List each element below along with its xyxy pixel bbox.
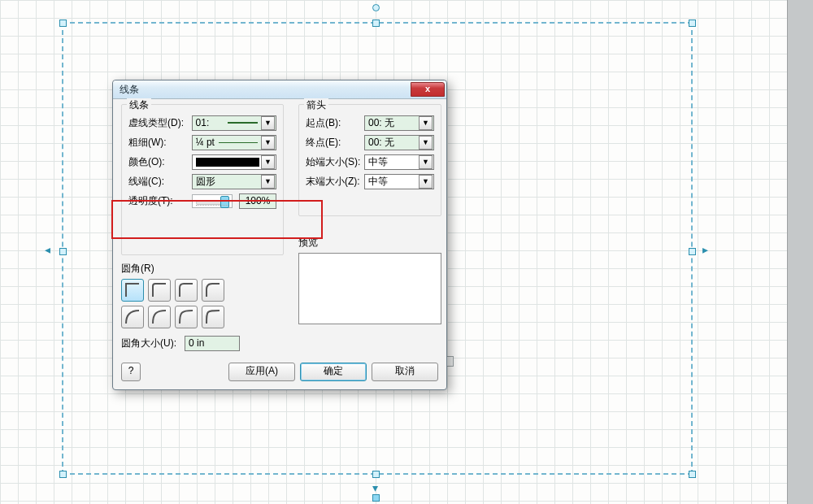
label-color: 颜色(O): <box>128 155 189 169</box>
begin-value: 00: 无 <box>368 116 417 130</box>
titlebar[interactable]: 线条 x <box>113 80 446 99</box>
ok-button[interactable]: 确定 <box>300 363 367 381</box>
dash-combo[interactable]: 01: ▼ <box>192 115 276 131</box>
dash-preview <box>228 122 258 124</box>
handle-w[interactable] <box>59 248 67 255</box>
label-weight: 粗细(W): <box>128 136 189 150</box>
corner-style-3[interactable] <box>175 279 198 302</box>
corner-style-1[interactable] <box>121 279 144 302</box>
chevron-down-icon: ▼ <box>419 116 433 130</box>
corner-size-input[interactable]: 0 in <box>185 336 240 351</box>
chevron-down-icon: ▼ <box>261 155 275 169</box>
beginsize-value: 中等 <box>368 155 417 169</box>
corner-style-6[interactable] <box>148 306 171 328</box>
handle-ne[interactable] <box>689 20 696 27</box>
handle-n[interactable] <box>372 20 380 27</box>
chevron-down-icon: ▼ <box>261 136 275 150</box>
label-endsize: 末端大小(Z): <box>306 175 361 189</box>
label-cap: 线端(C): <box>128 175 189 189</box>
rotation-handle[interactable] <box>372 4 380 11</box>
weight-combo[interactable]: ¼ pt ▼ <box>192 135 276 150</box>
handle-extra-s[interactable] <box>372 494 380 502</box>
corner-style-2[interactable] <box>148 279 171 302</box>
label-cornersize: 圆角大小(U): <box>121 337 181 350</box>
dialog-title: 线条 <box>120 83 411 97</box>
weight-value: ¼ pt <box>196 137 217 148</box>
autoconnect-right-icon[interactable]: ▸ <box>702 244 708 255</box>
right-gutter <box>787 0 813 504</box>
beginsize-combo[interactable]: 中等 ▼ <box>364 154 434 170</box>
cap-value: 圆形 <box>196 175 259 189</box>
dash-value: 01: <box>196 117 226 128</box>
handle-sw[interactable] <box>59 471 67 478</box>
line-dialog: 线条 x 线条 虚线类型(D): 01: ▼ <box>112 80 447 390</box>
corner-style-5[interactable] <box>121 306 144 328</box>
corner-style-8[interactable] <box>202 306 224 328</box>
label-corners: 圆角(R) <box>121 262 284 276</box>
cancel-button[interactable]: 取消 <box>372 363 438 381</box>
chevron-down-icon: ▼ <box>419 155 433 169</box>
handle-se[interactable] <box>689 471 696 478</box>
weight-preview <box>219 142 258 143</box>
highlight-box <box>111 200 323 239</box>
label-beginsize: 始端大小(S): <box>306 155 361 169</box>
handle-e[interactable] <box>689 248 696 255</box>
preview-box <box>298 253 441 324</box>
autoconnect-down-icon[interactable]: ▾ <box>372 482 378 493</box>
handle-nw[interactable] <box>59 20 67 27</box>
endsize-combo[interactable]: 中等 ▼ <box>364 174 434 189</box>
handle-s[interactable] <box>372 471 380 478</box>
begin-combo[interactable]: 00: 无 ▼ <box>364 115 434 131</box>
cap-combo[interactable]: 圆形 ▼ <box>192 174 276 189</box>
end-combo[interactable]: 00: 无 ▼ <box>364 135 434 150</box>
corner-style-4[interactable] <box>202 279 224 302</box>
autoconnect-left-icon[interactable]: ◂ <box>45 244 50 255</box>
chevron-down-icon: ▼ <box>419 136 433 150</box>
end-value: 00: 无 <box>368 136 417 150</box>
chevron-down-icon: ▼ <box>261 116 275 130</box>
endsize-value: 中等 <box>368 175 417 189</box>
help-button[interactable]: ? <box>121 363 141 381</box>
chevron-down-icon: ▼ <box>419 175 433 189</box>
group-arrows-legend: 箭头 <box>304 98 328 112</box>
label-end: 终点(E): <box>306 136 361 150</box>
help-icon: ? <box>128 365 134 376</box>
label-begin: 起点(B): <box>306 116 361 130</box>
color-combo[interactable]: ▼ <box>192 154 276 170</box>
label-dash: 虚线类型(D): <box>128 116 189 130</box>
apply-button[interactable]: 应用(A) <box>228 363 295 381</box>
corner-style-7[interactable] <box>175 306 198 328</box>
color-swatch <box>196 158 259 167</box>
group-line-legend: 线条 <box>127 98 151 112</box>
chevron-down-icon: ▼ <box>261 175 275 189</box>
close-button[interactable]: x <box>411 82 445 97</box>
